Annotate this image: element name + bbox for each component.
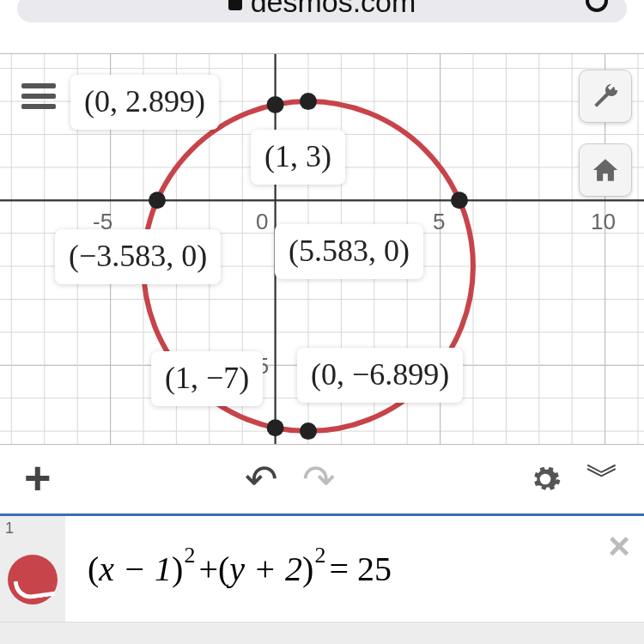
expr-body1: x − 1 (99, 549, 172, 589)
expr-plus: + (198, 549, 218, 589)
label-p5[interactable]: (1, −7) (151, 351, 263, 406)
home-icon (591, 155, 620, 185)
expression-text[interactable]: (x − 1)2 + (y + 2)2 = 25 (65, 516, 644, 622)
undo-button[interactable]: ↶ (245, 456, 278, 502)
graph-toolbar: + ↶ ↷ ︾ (0, 445, 644, 513)
graph-canvas[interactable]: -5 0 5 10 -5 (0, 2.899) (1, 3) (−3.583, … (0, 53, 644, 445)
expr-paren: ( (88, 549, 99, 589)
hamburger-icon (21, 94, 56, 99)
point-5p583-0[interactable] (451, 191, 468, 209)
expr-body2: y + 2 (229, 549, 302, 589)
wrench-icon (591, 82, 620, 111)
expr-paren: ) (172, 549, 183, 589)
expr-squared: 2 (314, 543, 325, 568)
label-p4[interactable]: (5.583, 0) (275, 224, 423, 279)
point-0-2p899[interactable] (267, 96, 284, 113)
tick-0: 0 (256, 209, 268, 235)
tick-10: 10 (591, 209, 616, 235)
label-p2[interactable]: (1, 3) (251, 130, 345, 185)
expression-row[interactable]: 1 (x − 1)2 + (y + 2)2 = 25 × (0, 513, 644, 622)
expression-list-footer (0, 622, 644, 644)
expr-paren: ) (302, 549, 313, 589)
menu-button[interactable] (12, 70, 65, 123)
home-button[interactable] (579, 143, 632, 197)
expression-color-swatch[interactable] (8, 555, 58, 605)
label-p3[interactable]: (−3.583, 0) (55, 229, 221, 284)
browser-url-bar: desmos.com (0, 0, 644, 53)
label-p6[interactable]: (0, −6.899) (297, 348, 463, 403)
delete-expression-button[interactable]: × (608, 525, 630, 568)
point-0-neg6p899[interactable] (267, 419, 284, 436)
expr-squared: 2 (184, 543, 195, 568)
collapse-chevron-icon[interactable]: ︾ (586, 453, 620, 500)
point-1-3[interactable] (300, 93, 317, 110)
url-pill[interactable]: desmos.com (17, 0, 627, 22)
expr-equals: = 25 (329, 549, 392, 589)
tick-5: 5 (433, 209, 445, 235)
expression-index: 1 (5, 519, 14, 538)
expression-handle[interactable]: 1 (0, 516, 65, 622)
url-domain: desmos.com (251, 0, 416, 19)
redo-button[interactable]: ↷ (302, 456, 336, 502)
reload-icon[interactable] (586, 0, 608, 12)
add-expression-button[interactable]: + (24, 454, 52, 501)
expr-paren: ( (218, 549, 229, 589)
point-neg3p583-0[interactable] (149, 191, 166, 209)
gear-icon[interactable] (529, 463, 562, 495)
lock-icon (228, 0, 242, 10)
settings-wrench-button[interactable] (579, 70, 632, 123)
point-1-neg7[interactable] (300, 422, 317, 440)
label-p1[interactable]: (0, 2.899) (70, 75, 219, 130)
